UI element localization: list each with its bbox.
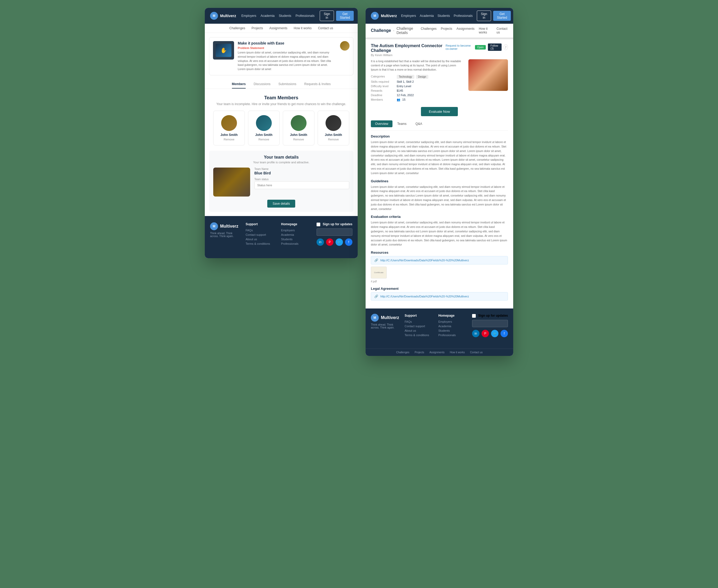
getstarted-button-right[interactable]: Get Started bbox=[493, 11, 511, 21]
footer2-challenges[interactable]: Challenges bbox=[396, 351, 409, 354]
footer-logo: M Multiverz bbox=[210, 222, 240, 230]
footer2-howitworks[interactable]: How it works bbox=[450, 351, 465, 354]
cd-header: The Autism Employment Connector Challeng… bbox=[371, 43, 508, 57]
footer-support-title: Support bbox=[246, 222, 276, 226]
evaluate-button[interactable]: Evaluate Now bbox=[421, 107, 458, 116]
nav-professionals[interactable]: Professionals bbox=[295, 14, 314, 18]
tab-discussions[interactable]: Discussions bbox=[253, 82, 270, 88]
member-name-1: John Smith bbox=[217, 133, 242, 137]
tab-members[interactable]: Members bbox=[232, 82, 246, 88]
meta-members-key: Members bbox=[371, 98, 395, 101]
footer2-projects[interactable]: Projects bbox=[415, 351, 424, 354]
footer2-contactus[interactable]: Contact us bbox=[470, 351, 483, 354]
nav2-employers[interactable]: Employers bbox=[401, 14, 416, 18]
nav2-academia[interactable]: Academia bbox=[419, 14, 434, 18]
getstarted-button[interactable]: Get Started bbox=[336, 11, 354, 21]
social-linkedin[interactable]: in bbox=[316, 238, 324, 246]
share-icon[interactable]: ⤴ bbox=[504, 44, 508, 50]
member-remove-2[interactable]: Remove bbox=[251, 138, 276, 141]
subnav-challenges[interactable]: Challenges bbox=[229, 26, 245, 30]
footer-hp-professionals[interactable]: Professionals bbox=[281, 242, 311, 245]
footer2-contact[interactable]: Contact support bbox=[405, 324, 433, 328]
tag-design[interactable]: Design bbox=[416, 75, 428, 79]
footer-hp-employers[interactable]: Employers bbox=[281, 229, 311, 232]
member-remove-4[interactable]: Remove bbox=[321, 138, 346, 141]
meta-difficulty-key: Difficulty level bbox=[371, 85, 395, 88]
tab-submissions[interactable]: Submissions bbox=[278, 82, 296, 88]
save-details-button[interactable]: Save details bbox=[267, 200, 295, 208]
challenge-avatar bbox=[340, 41, 349, 50]
footer2-terms[interactable]: Terms & conditions bbox=[405, 334, 433, 337]
ov-tab-overview[interactable]: Overview bbox=[371, 120, 392, 127]
nav-students[interactable]: Students bbox=[279, 14, 291, 18]
subnav-left: Challenges Projects Assignments How it w… bbox=[205, 24, 358, 33]
social-facebook[interactable]: f bbox=[345, 238, 352, 246]
meta-categories: Categories Technology Design bbox=[371, 75, 464, 79]
footer2-bottom: Challenges Projects Assignments How it w… bbox=[366, 349, 513, 356]
cd-meta-table: Categories Technology Design Skills requ… bbox=[371, 75, 464, 101]
social-facebook-right[interactable]: f bbox=[500, 330, 508, 337]
breadcrumb-right: Challenges Projects Assignments How it w… bbox=[421, 27, 508, 34]
legal-link[interactable]: 🔗 http://C:/Users/Nir/Downloads/Data%20F… bbox=[371, 292, 508, 300]
newsletter-input[interactable] bbox=[316, 228, 352, 236]
logo-left[interactable]: M Multiverz bbox=[210, 12, 236, 20]
bc-contactus[interactable]: Contact us bbox=[497, 27, 508, 34]
footer2-tagline: Think ahead. Think across. Think again. bbox=[371, 323, 399, 329]
social-twitter-right[interactable]: 🐦 bbox=[491, 330, 498, 337]
footer2-logo: M Multiverz bbox=[371, 314, 399, 322]
footer-contact[interactable]: Contact support bbox=[246, 233, 276, 236]
signin-button[interactable]: Sign in bbox=[320, 10, 334, 21]
subnav-assignments[interactable]: Assignments bbox=[269, 26, 288, 30]
footer2-faqs[interactable]: FAQs bbox=[405, 320, 433, 323]
ov-tab-teams[interactable]: Teams bbox=[393, 120, 411, 127]
footer2-hp-professionals[interactable]: Professionals bbox=[438, 334, 467, 337]
footer2-support-title: Support bbox=[405, 314, 433, 317]
bc-challenges[interactable]: Challenges bbox=[421, 27, 436, 34]
ov-tab-qa[interactable]: Q&A bbox=[411, 120, 426, 127]
team-status-input[interactable] bbox=[254, 181, 349, 189]
newsletter-icon-right bbox=[472, 314, 476, 318]
window-right: M Multiverz Employers Academia Students … bbox=[366, 8, 513, 356]
nav2-students[interactable]: Students bbox=[437, 14, 450, 18]
footer2-assignments[interactable]: Assignments bbox=[429, 351, 445, 354]
footer2-hp-academia[interactable]: Academia bbox=[438, 324, 467, 328]
bc-assignments[interactable]: Assignments bbox=[456, 27, 475, 34]
social-linkedin-right[interactable]: in bbox=[472, 330, 479, 337]
footer-about[interactable]: About us bbox=[246, 238, 276, 241]
badge-follow[interactable]: Follow (3) bbox=[488, 43, 501, 51]
social-twitter[interactable]: 🐦 bbox=[335, 238, 343, 246]
subnav-howitworks[interactable]: How it works bbox=[294, 26, 311, 30]
nav-employers[interactable]: Employers bbox=[242, 14, 257, 18]
meta-members: Members 👥 15 bbox=[371, 98, 464, 101]
bc-howitworks[interactable]: How it works bbox=[479, 27, 492, 34]
footer2-hp-employers[interactable]: Employers bbox=[438, 320, 467, 323]
footer-newsletter-title: Sign up for updates bbox=[316, 222, 352, 226]
signin-button-right[interactable]: Sign in bbox=[477, 10, 491, 21]
social-pinterest[interactable]: P bbox=[326, 238, 333, 246]
logo-right[interactable]: M Multiverz bbox=[371, 12, 397, 20]
social-pinterest-right[interactable]: P bbox=[481, 330, 489, 337]
footer-terms[interactable]: Terms & conditions bbox=[246, 242, 276, 245]
member-card-4: John Smith Remove bbox=[317, 111, 349, 145]
member-remove-1[interactable]: Remove bbox=[217, 138, 242, 141]
footer2-hp-students[interactable]: Students bbox=[438, 329, 467, 332]
nav2-professionals[interactable]: Professionals bbox=[454, 14, 473, 18]
subnav-contactus[interactable]: Contact us bbox=[318, 26, 333, 30]
cd-request-link[interactable]: Request to become co-owner bbox=[446, 44, 473, 50]
footer-hp-students[interactable]: Students bbox=[281, 238, 311, 241]
footer-faqs[interactable]: FAQs bbox=[246, 229, 276, 232]
members-section: Team Members Your team is incomplete. Hi… bbox=[205, 89, 358, 145]
footer2-about[interactable]: About us bbox=[405, 329, 433, 332]
logo-text-right: Multiverz bbox=[381, 14, 397, 18]
tag-technology[interactable]: Technology bbox=[397, 75, 414, 79]
bc-projects[interactable]: Projects bbox=[441, 27, 452, 34]
tab-requests[interactable]: Requests & Invites bbox=[304, 82, 330, 88]
subnav-projects[interactable]: Projects bbox=[251, 26, 263, 30]
newsletter-input-right[interactable] bbox=[472, 320, 508, 327]
resource-link-1[interactable]: 🔗 http://C:/Users/Nir/Downloads/Data%20F… bbox=[371, 256, 508, 265]
footer-hp-academia[interactable]: Academia bbox=[281, 233, 311, 236]
footer-logo-col: M Multiverz Think ahead. Think across. T… bbox=[210, 222, 240, 247]
meta-difficulty: Difficulty level Entry Level bbox=[371, 85, 464, 88]
member-remove-3[interactable]: Remove bbox=[286, 138, 311, 141]
nav-academia[interactable]: Academia bbox=[261, 14, 274, 18]
